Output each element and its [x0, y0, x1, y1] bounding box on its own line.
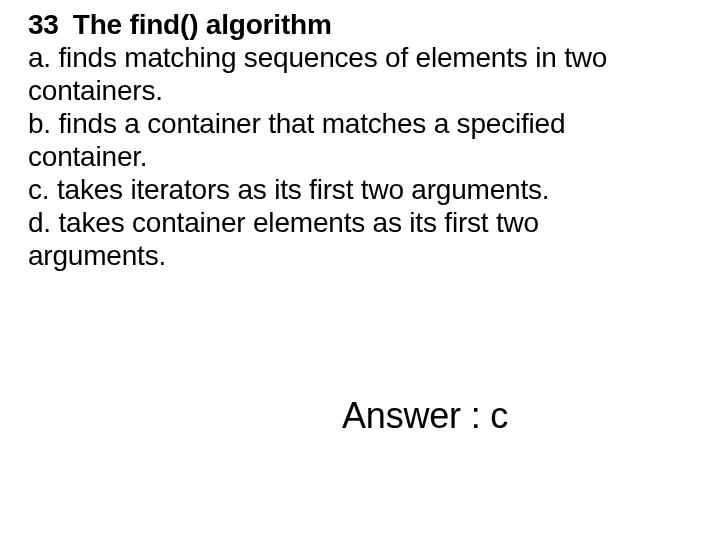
question-title: The find() algorithm [73, 9, 332, 40]
option-a: a. finds matching sequences of elements … [28, 41, 668, 107]
option-d: d. takes container elements as its first… [28, 206, 668, 272]
option-b: b. finds a container that matches a spec… [28, 107, 668, 173]
slide: 33The find() algorithm a. finds matching… [0, 0, 720, 540]
answer-label: Answer : c [342, 396, 508, 436]
option-c: c. takes iterators as its first two argu… [28, 173, 668, 206]
question-number: 33 [28, 8, 59, 41]
question-block: 33The find() algorithm a. finds matching… [28, 8, 668, 272]
question-title-line: 33The find() algorithm [28, 9, 332, 40]
